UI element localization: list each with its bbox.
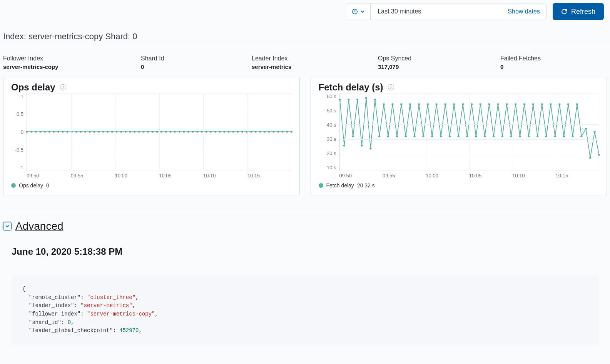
svg-point-83 <box>435 103 437 105</box>
x-tick: 10:05 <box>159 173 203 179</box>
legend-value: 0 <box>46 182 49 189</box>
stat-value: server-metrics <box>252 63 375 70</box>
svg-point-90 <box>466 135 468 137</box>
refresh-button[interactable]: Refresh <box>553 3 604 20</box>
legend-value: 20.32 s <box>357 182 375 189</box>
y-tick: 50 s <box>327 108 336 114</box>
svg-point-109 <box>550 103 552 105</box>
x-tick: 10:15 <box>247 173 292 179</box>
stat-failed-fetches: Failed Fetches 0 <box>500 55 541 70</box>
svg-point-94 <box>484 135 486 137</box>
svg-point-87 <box>453 103 455 105</box>
date-range-picker[interactable]: Last 30 minutes Show dates <box>346 3 546 20</box>
svg-point-82 <box>431 135 433 137</box>
svg-point-104 <box>528 135 530 137</box>
svg-point-113 <box>567 103 569 105</box>
stat-follower-index: Follower Index server-metrics-copy <box>3 55 138 70</box>
advanced-section-title[interactable]: Advanced <box>15 220 64 232</box>
svg-point-81 <box>426 103 428 105</box>
divider <box>12 264 598 264</box>
x-tick: 09:50 <box>339 173 383 179</box>
advanced-timestamp: June 10, 2020 5:18:38 PM <box>0 235 610 264</box>
svg-point-79 <box>418 103 419 105</box>
show-dates-link[interactable]: Show dates <box>501 3 546 20</box>
x-tick: 09:55 <box>383 173 426 179</box>
svg-point-98 <box>501 135 503 137</box>
advanced-json-block: { "remote_cluster": "cluster_three", "le… <box>12 275 598 345</box>
svg-point-69 <box>374 99 376 101</box>
svg-point-111 <box>558 103 560 105</box>
svg-point-62 <box>343 145 345 147</box>
svg-point-117 <box>585 128 587 130</box>
x-tick: 10:00 <box>115 173 159 179</box>
svg-point-106 <box>536 135 538 137</box>
x-axis: 09:5009:5510:0010:0510:1010:15 <box>339 170 599 179</box>
y-axis: 60 s50 s40 s30 s20 s10 s <box>319 94 339 170</box>
stat-ops-synced: Ops Synced 317,079 <box>378 55 497 70</box>
svg-point-91 <box>470 103 472 105</box>
svg-point-68 <box>369 148 371 150</box>
x-tick: 10:05 <box>469 173 512 179</box>
svg-point-72 <box>387 135 389 137</box>
chart-title: Ops delay <box>11 82 55 93</box>
svg-point-74 <box>396 135 398 137</box>
info-icon[interactable]: i <box>60 84 66 90</box>
y-tick: 1 <box>21 94 23 99</box>
legend-name: Ops delay <box>19 182 43 189</box>
svg-point-100 <box>510 135 512 137</box>
x-tick: 09:50 <box>27 173 71 179</box>
svg-point-102 <box>519 135 521 137</box>
page-title: Index: server-metrics-copy Shard: 0 <box>0 23 610 48</box>
refresh-button-label: Refresh <box>571 8 595 16</box>
svg-point-80 <box>422 135 424 137</box>
stats-row: Follower Index server-metrics-copy Shard… <box>0 48 610 72</box>
stat-value: 317,079 <box>378 63 497 70</box>
svg-point-77 <box>409 103 411 105</box>
stat-label: Ops Synced <box>378 55 497 62</box>
y-tick: 60 s <box>327 94 336 99</box>
stat-leader-index: Leader Index server-metrics <box>252 55 375 70</box>
chart-row: Ops delay i 10.50-0.5-1 09:5009:5510:001… <box>0 72 610 198</box>
svg-point-64 <box>352 135 354 137</box>
svg-point-70 <box>378 135 380 137</box>
svg-point-67 <box>365 97 367 99</box>
legend-name: Fetch delay <box>326 182 354 189</box>
svg-point-66 <box>361 145 363 147</box>
svg-point-97 <box>497 103 499 105</box>
svg-point-118 <box>589 157 591 159</box>
stat-label: Shard Id <box>141 55 249 62</box>
clock-icon <box>352 8 358 15</box>
y-tick: 30 s <box>327 136 336 142</box>
date-range-label[interactable]: Last 30 minutes <box>371 3 501 20</box>
legend-color-dot <box>319 183 323 188</box>
stat-label: Leader Index <box>252 55 375 62</box>
date-quick-select-button[interactable] <box>346 3 371 20</box>
plot-area[interactable] <box>27 94 292 170</box>
svg-point-92 <box>475 135 477 137</box>
y-axis: 10.50-0.5-1 <box>11 94 27 170</box>
advanced-toggle-button[interactable] <box>3 222 12 230</box>
svg-point-73 <box>391 103 393 105</box>
svg-point-101 <box>514 103 516 105</box>
stat-label: Failed Fetches <box>500 55 541 62</box>
chart-legend: Ops delay 0 <box>11 182 292 189</box>
chart-fetch-delay: Fetch delay (s) i 60 s50 s40 s30 s20 s10… <box>311 77 607 195</box>
info-icon[interactable]: i <box>388 84 394 90</box>
svg-point-105 <box>532 103 534 105</box>
svg-point-78 <box>413 135 415 137</box>
refresh-icon <box>561 8 567 15</box>
plot-area[interactable] <box>339 94 599 170</box>
svg-point-95 <box>488 103 490 105</box>
svg-point-107 <box>541 103 543 105</box>
svg-point-115 <box>576 103 578 105</box>
x-tick: 10:10 <box>512 173 555 179</box>
chart-title: Fetch delay (s) <box>319 82 383 93</box>
chart-ops-delay: Ops delay i 10.50-0.5-1 09:5009:5510:001… <box>3 77 300 195</box>
svg-point-89 <box>461 103 463 105</box>
stat-shard-id: Shard Id 0 <box>141 55 249 70</box>
svg-point-119 <box>593 131 595 133</box>
svg-point-96 <box>492 135 494 137</box>
svg-point-75 <box>400 103 402 105</box>
y-tick: 40 s <box>327 122 336 128</box>
chart-legend: Fetch delay 20.32 s <box>319 182 599 189</box>
